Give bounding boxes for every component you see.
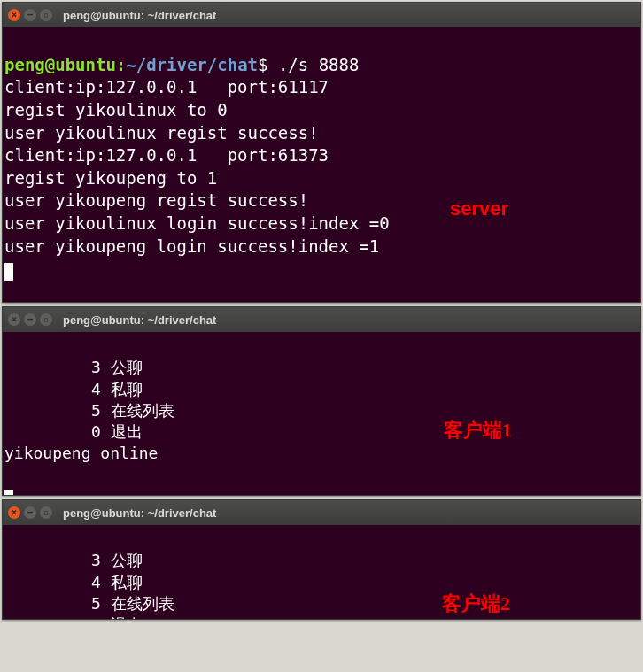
minimize-icon[interactable]: – xyxy=(24,506,36,519)
terminal-server-body[interactable]: peng@ubuntu:~/driver/chat$ ./s 8888 clie… xyxy=(3,27,640,302)
close-icon[interactable]: × xyxy=(8,506,20,519)
prompt-user: peng@ubuntu xyxy=(4,55,116,74)
maximize-icon[interactable]: ▫ xyxy=(40,9,52,21)
output-line: client:ip:127.0.0.1 port:61373 xyxy=(4,145,329,165)
menu-item: 4 私聊 xyxy=(4,572,143,593)
terminal-client2: × – ▫ peng@ubuntu: ~/driver/chat 3 公聊 4 … xyxy=(2,499,641,620)
status-line: yikoupeng online xyxy=(4,444,158,462)
window-title: peng@ubuntu: ~/driver/chat xyxy=(63,313,216,327)
output-line: user yikoupeng login success!index =1 xyxy=(4,236,379,256)
cursor xyxy=(4,263,13,281)
output-line: regist yikoupeng to 1 xyxy=(4,168,217,188)
output-line: user yikoulinux login success!index =0 xyxy=(4,213,390,233)
minimize-icon[interactable]: – xyxy=(24,313,36,326)
menu-item: 3 公聊 xyxy=(4,550,143,571)
menu-item: 3 公聊 xyxy=(4,357,143,378)
terminal-client1: × – ▫ peng@ubuntu: ~/driver/chat 3 公聊 4 … xyxy=(2,306,641,496)
minimize-icon[interactable]: – xyxy=(24,9,36,21)
annotation-server: server xyxy=(450,196,508,222)
titlebar-client2: × – ▫ peng@ubuntu: ~/driver/chat xyxy=(3,500,640,525)
menu-item: 4 私聊 xyxy=(4,379,143,400)
prompt-path: ~/driver/chat xyxy=(126,55,258,74)
window-title: peng@ubuntu: ~/driver/chat xyxy=(63,506,216,520)
terminal-server: × – ▫ peng@ubuntu: ~/driver/chat peng@ub… xyxy=(2,2,641,303)
menu-item: 5 在线列表 xyxy=(4,400,174,421)
menu-item: 0 退出 xyxy=(4,614,143,619)
annotation-client1: 客户端1 xyxy=(444,417,512,444)
menu-item: 0 退出 xyxy=(4,421,143,443)
output-line: user yikoulinux regist success! xyxy=(4,123,319,143)
titlebar-client1: × – ▫ peng@ubuntu: ~/driver/chat xyxy=(3,307,640,332)
titlebar-server: × – ▫ peng@ubuntu: ~/driver/chat xyxy=(3,3,640,27)
maximize-icon[interactable]: ▫ xyxy=(40,506,52,519)
cursor xyxy=(4,490,13,495)
output-line: regist yikoulinux to 0 xyxy=(4,100,228,120)
menu-item: 5 在线列表 xyxy=(4,593,174,614)
terminal-client1-body[interactable]: 3 公聊 4 私聊 5 在线列表 0 退出 yikoupeng online 客… xyxy=(3,332,640,495)
command: ./s 8888 xyxy=(278,55,360,74)
output-line: client:ip:127.0.0.1 port:61117 xyxy=(4,77,329,97)
window-title: peng@ubuntu: ~/driver/chat xyxy=(63,9,216,22)
annotation-client2: 客户端2 xyxy=(442,591,510,617)
terminal-client2-body[interactable]: 3 公聊 4 私聊 5 在线列表 0 退出 客户端2 xyxy=(3,525,640,619)
close-icon[interactable]: × xyxy=(8,9,20,21)
maximize-icon[interactable]: ▫ xyxy=(40,313,52,326)
close-icon[interactable]: × xyxy=(8,313,20,326)
output-line: user yikoupeng regist success! xyxy=(4,190,308,210)
